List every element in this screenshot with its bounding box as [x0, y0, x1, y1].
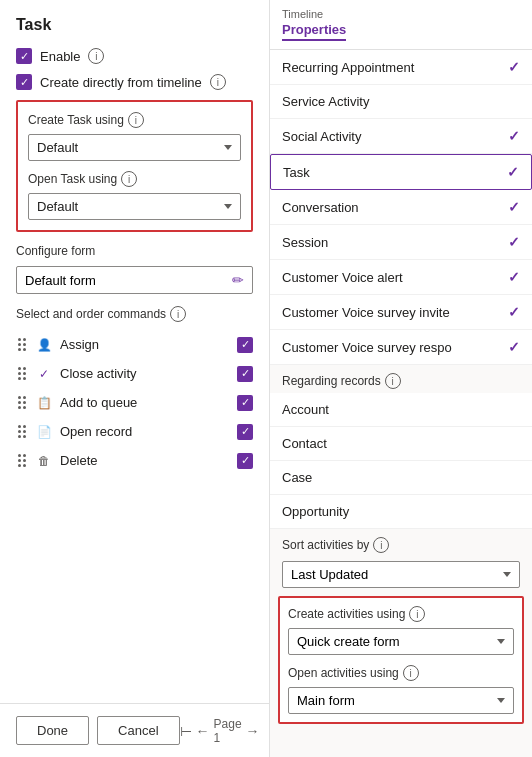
- sort-dropdown[interactable]: Last Updated: [282, 561, 520, 588]
- list-item-cv-response[interactable]: Customer Voice survey respo ✓: [270, 330, 532, 365]
- command-delete: 🗑 Delete: [16, 446, 253, 475]
- list-item-cv-invite[interactable]: Customer Voice survey invite ✓: [270, 295, 532, 330]
- open-activities-info-icon[interactable]: i: [403, 665, 419, 681]
- delete-checkbox[interactable]: [237, 453, 253, 469]
- properties-tab[interactable]: Properties: [282, 22, 346, 41]
- close-activity-checkbox[interactable]: [237, 366, 253, 382]
- list-item-contact[interactable]: Contact: [270, 427, 532, 461]
- cv-invite-check-icon: ✓: [508, 304, 520, 320]
- open-activities-dropdown[interactable]: Main form: [288, 687, 514, 714]
- configure-form-value: Default form: [25, 273, 96, 288]
- open-record-icon: 📄: [36, 424, 52, 440]
- right-panel-header: Timeline Properties: [270, 0, 532, 50]
- assign-checkbox[interactable]: [237, 337, 253, 353]
- prev-page-icon[interactable]: ←: [196, 723, 210, 739]
- enable-checkbox[interactable]: [16, 48, 32, 64]
- page-label: Page 1: [214, 717, 242, 745]
- open-task-chevron: [224, 204, 232, 209]
- right-panel: Timeline Properties Recurring Appointmen…: [270, 0, 532, 757]
- create-activities-chevron: [497, 639, 505, 644]
- configure-form-row: Default form ✏: [16, 266, 253, 294]
- create-timeline-info-icon[interactable]: i: [210, 74, 226, 90]
- list-item-conversation[interactable]: Conversation ✓: [270, 190, 532, 225]
- session-check-icon: ✓: [508, 234, 520, 250]
- delete-icon: 🗑: [36, 453, 52, 469]
- list-item-recurring[interactable]: Recurring Appointment ✓: [270, 50, 532, 85]
- cv-alert-check-icon: ✓: [508, 269, 520, 285]
- create-activities-dropdown[interactable]: Quick create form: [288, 628, 514, 655]
- create-timeline-label: Create directly from timeline: [40, 75, 202, 90]
- timeline-label: Timeline: [282, 8, 520, 20]
- cv-response-check-icon: ✓: [508, 339, 520, 355]
- drag-handle-assign[interactable]: [16, 336, 28, 353]
- regarding-info-icon[interactable]: i: [385, 373, 401, 389]
- list-item-account[interactable]: Account: [270, 393, 532, 427]
- social-check-icon: ✓: [508, 128, 520, 144]
- left-panel: Task Enable i Create directly from timel…: [0, 0, 270, 757]
- command-open-record: 📄 Open record: [16, 417, 253, 446]
- create-task-label: Create Task using i: [28, 112, 241, 128]
- drag-handle-open[interactable]: [16, 423, 28, 440]
- enable-info-icon[interactable]: i: [88, 48, 104, 64]
- pagination: ⊢ ← Page 1 →: [180, 717, 260, 745]
- list-item-social[interactable]: Social Activity ✓: [270, 119, 532, 154]
- done-button[interactable]: Done: [16, 716, 89, 745]
- open-activities-chevron: [497, 698, 505, 703]
- sort-chevron: [503, 572, 511, 577]
- open-task-info-icon[interactable]: i: [121, 171, 137, 187]
- create-activities-label: Create activities using i: [288, 606, 514, 622]
- command-add-queue: 📋 Add to queue: [16, 388, 253, 417]
- sort-header: Sort activities by i: [270, 529, 532, 557]
- panel-title: Task: [16, 16, 253, 34]
- list-item-task[interactable]: Task ✓: [270, 154, 532, 190]
- enable-label: Enable: [40, 49, 80, 64]
- delete-label: Delete: [60, 453, 229, 468]
- close-activity-label: Close activity: [60, 366, 229, 381]
- create-timeline-checkbox[interactable]: [16, 74, 32, 90]
- select-commands-label: Select and order commands i: [16, 306, 253, 322]
- list-item-service[interactable]: Service Activity: [270, 85, 532, 119]
- cancel-button[interactable]: Cancel: [97, 716, 179, 745]
- task-check-icon: ✓: [507, 164, 519, 180]
- assign-label: Assign: [60, 337, 229, 352]
- left-panel-content: Task Enable i Create directly from timel…: [0, 0, 269, 703]
- add-queue-icon: 📋: [36, 395, 52, 411]
- command-assign: 👤 Assign: [16, 330, 253, 359]
- conversation-check-icon: ✓: [508, 199, 520, 215]
- open-record-checkbox[interactable]: [237, 424, 253, 440]
- add-queue-label: Add to queue: [60, 395, 229, 410]
- task-settings-box: Create Task using i Default Open Task us…: [16, 100, 253, 232]
- open-activities-label: Open activities using i: [288, 665, 514, 681]
- left-panel-footer: Done Cancel ⊢ ← Page 1 →: [0, 703, 269, 757]
- close-activity-icon: ✓: [36, 366, 52, 382]
- activities-settings-box: Create activities using i Quick create f…: [278, 596, 524, 724]
- next-page-icon[interactable]: →: [246, 723, 260, 739]
- select-commands-info-icon[interactable]: i: [170, 306, 186, 322]
- edit-icon[interactable]: ✏: [232, 272, 244, 288]
- drag-handle-queue[interactable]: [16, 394, 28, 411]
- commands-list: 👤 Assign ✓ Close activity: [16, 330, 253, 475]
- create-task-dropdown[interactable]: Default: [28, 134, 241, 161]
- list-item-cv-alert[interactable]: Customer Voice alert ✓: [270, 260, 532, 295]
- sort-info-icon[interactable]: i: [373, 537, 389, 553]
- create-timeline-row: Create directly from timeline i: [16, 74, 253, 90]
- open-task-dropdown[interactable]: Default: [28, 193, 241, 220]
- first-page-icon[interactable]: ⊢: [180, 723, 192, 739]
- add-queue-checkbox[interactable]: [237, 395, 253, 411]
- enable-row: Enable i: [16, 48, 253, 64]
- command-close-activity: ✓ Close activity: [16, 359, 253, 388]
- create-activities-info-icon[interactable]: i: [409, 606, 425, 622]
- recurring-check-icon: ✓: [508, 59, 520, 75]
- open-record-label: Open record: [60, 424, 229, 439]
- list-item-session[interactable]: Session ✓: [270, 225, 532, 260]
- list-item-opportunity[interactable]: Opportunity: [270, 495, 532, 529]
- footer-buttons: Done Cancel: [16, 716, 180, 745]
- drag-handle-close[interactable]: [16, 365, 28, 382]
- create-task-info-icon[interactable]: i: [128, 112, 144, 128]
- configure-form-label: Configure form: [16, 244, 253, 258]
- drag-handle-delete[interactable]: [16, 452, 28, 469]
- regarding-header: Regarding records i: [270, 365, 532, 393]
- list-item-case[interactable]: Case: [270, 461, 532, 495]
- create-task-chevron: [224, 145, 232, 150]
- open-task-label: Open Task using i: [28, 171, 241, 187]
